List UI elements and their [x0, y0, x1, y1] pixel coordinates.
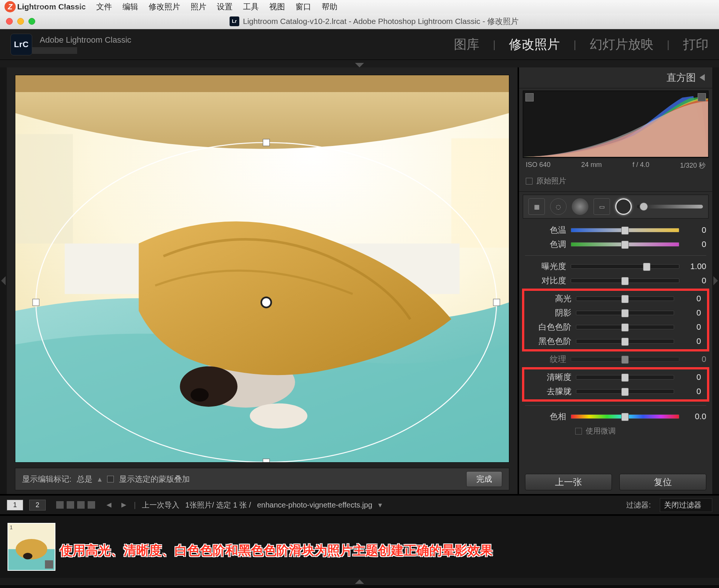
identity-product: Adobe Lightroom Classic — [40, 35, 131, 45]
slider-knob[interactable] — [621, 374, 629, 382]
show-overlay-checkbox[interactable] — [107, 476, 114, 482]
slider-knob[interactable] — [643, 263, 650, 271]
slider-knob[interactable] — [621, 295, 629, 303]
fine-adjust-row[interactable]: 使用微调 — [519, 424, 712, 436]
redeye-tool-icon[interactable] — [572, 198, 588, 215]
slider-value[interactable]: 0 — [684, 354, 706, 364]
thumb-badge-icon — [45, 560, 53, 569]
slider-texture[interactable]: 纹理 0 — [519, 352, 712, 366]
slider-tint[interactable]: 色调 0 — [519, 237, 712, 252]
edit-marks-value[interactable]: 总是 — [77, 474, 92, 484]
radial-tool-icon[interactable] — [615, 198, 632, 215]
slider-knob[interactable] — [621, 277, 629, 285]
menu-file[interactable]: 文件 — [96, 1, 112, 12]
histogram[interactable] — [523, 91, 709, 158]
secondary-display-2[interactable]: 2 — [29, 500, 46, 511]
slider-label: 色相 — [525, 411, 566, 422]
module-develop[interactable]: 修改照片 — [509, 36, 560, 53]
original-checkbox[interactable] — [526, 178, 533, 185]
filter-label: 过滤器: — [626, 500, 651, 510]
window-minimize-button[interactable] — [17, 18, 24, 25]
original-photo-row[interactable]: 原始照片 — [519, 173, 712, 192]
slider-label: 阴影 — [530, 307, 571, 319]
menu-photo[interactable]: 照片 — [191, 1, 206, 12]
menu-help[interactable]: 帮助 — [322, 1, 337, 12]
slider-highlights[interactable]: 高光 0 — [524, 292, 707, 306]
slider-knob[interactable] — [621, 356, 629, 364]
crop-tool-icon[interactable]: ▦ — [528, 198, 545, 215]
grid-view-icons[interactable] — [56, 501, 95, 509]
menu-edit[interactable]: 编辑 — [122, 1, 138, 12]
prev-button[interactable]: 上一张 — [525, 474, 612, 490]
right-rail-collapse[interactable] — [712, 67, 719, 494]
filmstrip-thumb[interactable]: 1 — [7, 523, 55, 571]
exif-aperture: f / 4.0 — [632, 161, 649, 170]
slider-knob[interactable] — [621, 226, 629, 235]
filmstrip[interactable]: 1 使用高光、清晰度、白色色阶和黑色色阶滑块为照片主题创建正确的晕影效果 — [0, 514, 719, 578]
menu-tools[interactable]: 工具 — [243, 1, 259, 12]
slider-knob[interactable] — [621, 241, 629, 249]
slider-value[interactable]: 0 — [679, 372, 701, 382]
menu-settings[interactable]: 设置 — [217, 1, 233, 12]
slider-hue[interactable]: 色相 0.0 — [519, 409, 712, 424]
window-titlebar: Lr Lightroom Catalog-v10-2.lrcat - Adobe… — [0, 13, 719, 29]
filter-select[interactable]: 关闭过滤器 — [660, 498, 712, 512]
histogram-header[interactable]: 直方图 — [519, 67, 712, 88]
module-library[interactable]: 图库 — [454, 36, 479, 53]
done-button[interactable]: 完成 — [466, 471, 502, 487]
slider-value[interactable]: 0 — [679, 322, 701, 332]
path-counts: 1张照片/ 选定 1 张 / — [185, 500, 251, 510]
slider-clarity[interactable]: 清晰度 0 — [524, 370, 707, 384]
slider-blacks[interactable]: 黑色色阶 0 — [524, 334, 707, 348]
menu-window[interactable]: 窗口 — [295, 1, 311, 12]
slider-value[interactable]: 0 — [679, 336, 701, 346]
slider-knob[interactable] — [621, 309, 629, 317]
nav-next-icon[interactable]: ► — [120, 500, 128, 510]
menu-app[interactable]: Lightroom Classic — [17, 2, 86, 11]
slider-knob[interactable] — [621, 388, 629, 396]
slider-contrast[interactable]: 对比度 0 — [519, 274, 712, 288]
reset-button[interactable]: 复位 — [619, 474, 706, 490]
exif-shutter: 1/320 秒 — [680, 161, 706, 170]
amount-knob[interactable] — [640, 202, 648, 211]
slider-value[interactable]: 0 — [684, 225, 706, 235]
slider-knob[interactable] — [621, 323, 629, 332]
slider-value[interactable]: 0 — [679, 387, 701, 396]
menu-view[interactable]: 视图 — [269, 1, 285, 12]
clip-shadow-icon[interactable] — [525, 93, 534, 101]
clip-highlight-icon[interactable] — [698, 93, 706, 101]
fine-adjust-label: 使用微调 — [586, 426, 616, 436]
slider-dehaze[interactable]: 去朦胧 0 — [524, 384, 707, 399]
module-slideshow[interactable]: 幻灯片放映 — [590, 36, 653, 53]
slider-value[interactable]: 0 — [684, 276, 706, 286]
amount-slider[interactable] — [637, 205, 703, 208]
fine-adjust-checkbox[interactable] — [575, 428, 582, 435]
left-panel-collapsed[interactable] — [0, 67, 7, 494]
slider-exposure[interactable]: 曝光度 1.00 — [519, 259, 712, 274]
top-panel-collapse-icon[interactable] — [355, 63, 364, 67]
nav-prev-icon[interactable]: ◄ — [105, 500, 113, 510]
slider-value[interactable]: 0 — [684, 240, 706, 249]
menu-develop[interactable]: 修改照片 — [149, 1, 180, 12]
slider-knob[interactable] — [621, 338, 629, 346]
slider-value[interactable]: 0 — [679, 294, 701, 304]
window-zoom-button[interactable] — [28, 18, 35, 25]
spot-tool-icon[interactable]: ◌ — [550, 198, 567, 215]
gradient-tool-icon[interactable]: ▭ — [594, 198, 610, 215]
slider-value[interactable]: 1.00 — [684, 262, 706, 271]
module-print[interactable]: 打印 — [683, 36, 709, 53]
slider-knob[interactable] — [621, 413, 629, 421]
slider-value[interactable]: 0 — [679, 308, 701, 318]
slider-shadows[interactable]: 阴影 0 — [524, 306, 707, 320]
filmstrip-collapse-icon[interactable] — [355, 579, 364, 584]
photo-canvas[interactable] — [15, 75, 509, 463]
thumb-index: 1 — [10, 524, 13, 530]
secondary-display-1[interactable]: 1 — [7, 500, 23, 511]
slider-temp[interactable]: 色温 0 — [519, 223, 712, 237]
highlight-box-presence: 清晰度 0 去朦胧 0 — [522, 367, 709, 402]
slider-whites[interactable]: 白色色阶 0 — [524, 320, 707, 334]
slider-value[interactable]: 0.0 — [684, 412, 706, 421]
window-close-button[interactable] — [6, 18, 13, 25]
path-prefix[interactable]: 上一次导入 — [142, 500, 179, 510]
watermark-badge: Z — [4, 1, 16, 12]
